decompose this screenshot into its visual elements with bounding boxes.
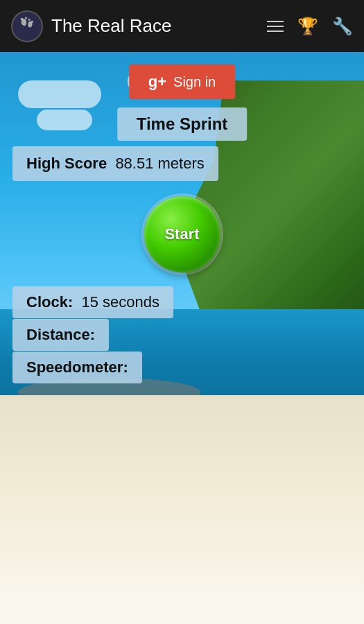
- start-button[interactable]: Start: [144, 196, 220, 272]
- high-score-value: 88.51 meters: [115, 155, 204, 172]
- main-content: g+ Sign in Time Sprint High Score 88.51 …: [0, 52, 364, 624]
- distance-label: Distance:: [26, 326, 95, 343]
- svg-point-2: [21, 17, 24, 20]
- clock-panel: Clock: 15 seconds: [12, 286, 173, 318]
- high-score-panel: High Score 88.51 meters: [12, 146, 218, 181]
- ui-overlay: g+ Sign in Time Sprint High Score 88.51 …: [0, 52, 364, 624]
- mode-label: Time Sprint: [117, 107, 248, 141]
- app-title: The Real Race: [51, 15, 267, 37]
- svg-point-4: [28, 18, 31, 20]
- gplus-icon: g+: [148, 73, 166, 91]
- high-score-label: High Score: [26, 155, 107, 172]
- start-label: Start: [164, 225, 199, 243]
- speedometer-panel: Speedometer:: [12, 352, 142, 383]
- clock-value: 15 seconds: [81, 293, 159, 311]
- distance-panel: Distance:: [12, 319, 109, 351]
- speedometer-label: Speedometer:: [26, 358, 128, 376]
- signin-button[interactable]: g+ Sign in: [129, 64, 235, 99]
- signin-label: Sign in: [173, 74, 216, 90]
- svg-point-3: [25, 17, 27, 19]
- clock-label: Clock:: [26, 293, 73, 311]
- app-icon: [11, 10, 43, 42]
- top-bar: The Real Race 🏆 🔧: [0, 0, 364, 52]
- svg-point-5: [31, 20, 33, 22]
- trophy-icon[interactable]: 🏆: [297, 17, 318, 36]
- menu-icon[interactable]: [267, 21, 284, 32]
- wrench-icon[interactable]: 🔧: [332, 17, 353, 36]
- topbar-icons: 🏆 🔧: [267, 17, 353, 36]
